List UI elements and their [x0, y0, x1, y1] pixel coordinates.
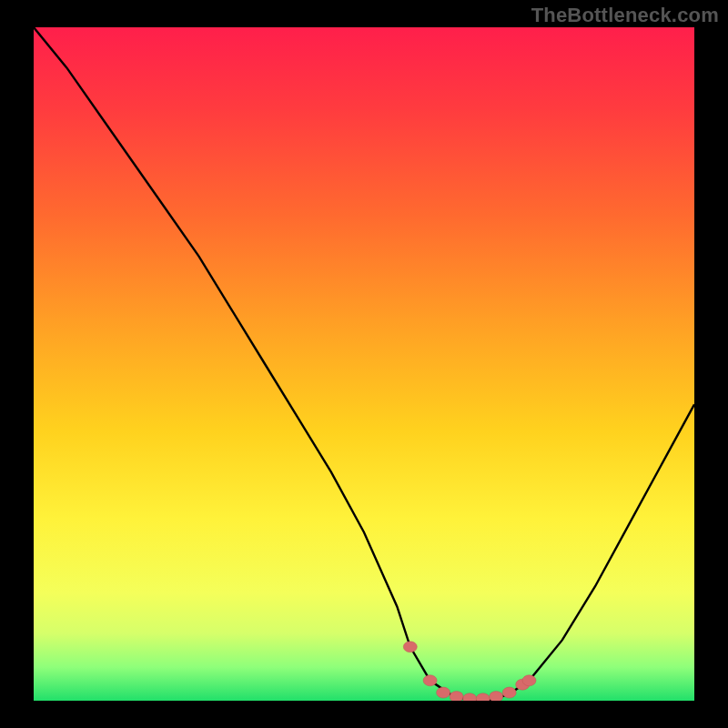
gradient-background: [34, 27, 694, 701]
marker-dot: [522, 675, 536, 686]
bottleneck-chart: [0, 0, 728, 728]
marker-dot: [502, 687, 516, 698]
chart-frame: TheBottleneck.com: [0, 0, 728, 728]
marker-dot: [403, 642, 417, 652]
attribution-text: TheBottleneck.com: [531, 4, 719, 27]
marker-dot: [463, 693, 477, 704]
marker-dot: [423, 675, 437, 686]
marker-dot: [490, 692, 503, 703]
marker-dot: [450, 692, 463, 703]
marker-dot: [437, 687, 450, 698]
marker-dot: [476, 693, 490, 704]
